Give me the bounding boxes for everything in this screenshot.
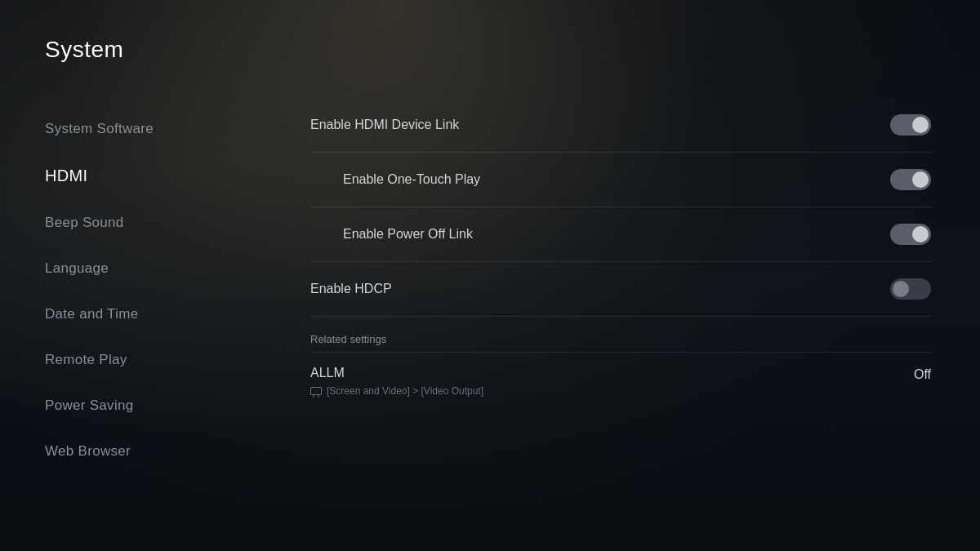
page-title: System — [45, 37, 123, 63]
one-touch-play-row: Enable One-Touch Play — [310, 153, 931, 207]
toggle-knob — [912, 117, 929, 133]
screen-icon — [310, 387, 322, 395]
allm-subtitle: [Screen and Video] > [Video Output] — [310, 385, 483, 397]
sidebar-item-system-software[interactable]: System Software — [45, 106, 310, 152]
power-off-link-toggle[interactable] — [890, 224, 931, 245]
settings-content: Enable HDMI Device Link Enable One-Touch… — [310, 90, 980, 551]
power-off-link-row: Enable Power Off Link — [310, 207, 931, 262]
toggle-knob — [912, 171, 929, 188]
hdcp-toggle[interactable] — [890, 278, 931, 300]
hdcp-row: Enable HDCP — [310, 262, 931, 317]
sidebar-item-remote-play[interactable]: Remote Play — [45, 337, 310, 383]
allm-path: [Screen and Video] > [Video Output] — [327, 385, 483, 397]
one-touch-play-toggle[interactable] — [890, 169, 931, 190]
one-touch-play-label: Enable One-Touch Play — [343, 172, 480, 187]
sidebar-item-date-and-time[interactable]: Date and Time — [45, 291, 310, 337]
sidebar-item-hdmi[interactable]: HDMI — [45, 152, 310, 200]
allm-status: Off — [914, 366, 931, 382]
related-settings-label: Related settings — [310, 317, 931, 352]
sidebar-item-web-browser[interactable]: Web Browser — [45, 429, 310, 474]
sidebar: System Software HDMI Beep Sound Language… — [0, 90, 310, 551]
main-layout: System Software HDMI Beep Sound Language… — [0, 90, 980, 551]
allm-info: ALLM [Screen and Video] > [Video Output] — [310, 366, 483, 397]
hdcp-label: Enable HDCP — [310, 282, 392, 296]
hdmi-device-link-row: Enable HDMI Device Link — [310, 98, 931, 153]
allm-row[interactable]: ALLM [Screen and Video] > [Video Output]… — [310, 353, 931, 410]
power-off-link-label: Enable Power Off Link — [343, 227, 473, 242]
sidebar-item-power-saving[interactable]: Power Saving — [45, 383, 310, 429]
sidebar-item-beep-sound[interactable]: Beep Sound — [45, 200, 310, 246]
toggle-knob — [893, 281, 909, 297]
allm-title: ALLM — [310, 366, 483, 380]
hdmi-device-link-label: Enable HDMI Device Link — [310, 118, 459, 132]
hdmi-device-link-toggle[interactable] — [890, 114, 931, 136]
toggle-knob — [912, 226, 929, 242]
sidebar-item-language[interactable]: Language — [45, 246, 310, 291]
